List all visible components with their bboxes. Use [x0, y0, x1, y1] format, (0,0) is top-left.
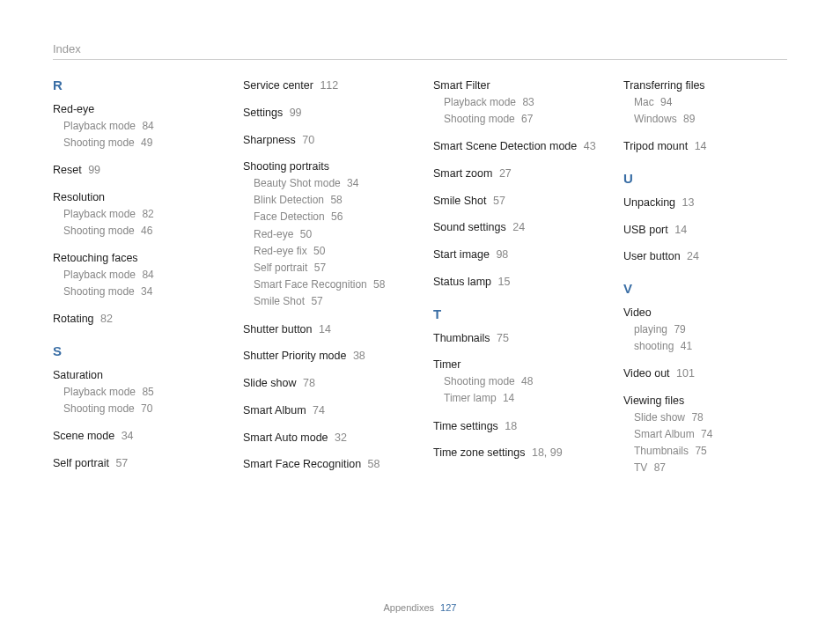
index-entry-title: Transferring files [623, 77, 787, 94]
index-subentry[interactable]: Shooting mode 46 [53, 223, 217, 240]
index-entry[interactable]: Reset 99 [53, 162, 217, 179]
index-subentry[interactable]: Self portrait 57 [243, 260, 407, 276]
index-subentry[interactable]: Playback mode 83 [433, 94, 597, 111]
index-subentry[interactable]: Shooting mode 70 [53, 401, 217, 417]
index-entry[interactable]: Smart Auto mode 32 [243, 430, 407, 446]
index-subentry-label: Smart Face Recognition [254, 278, 367, 291]
index-entry[interactable]: Smart Album 74 [243, 402, 407, 419]
index-subentry-label: Thumbnails [634, 445, 689, 457]
index-subentry[interactable]: Smart Face Recognition 58 [243, 276, 407, 293]
index-subentry-page: 57 [311, 295, 322, 307]
index-subentry-label: TV [634, 461, 647, 474]
index-entry[interactable]: Self portrait 57 [53, 455, 217, 472]
index-entry[interactable]: Tripod mount 14 [623, 138, 787, 155]
index-subentry[interactable]: Face Detection 56 [243, 209, 407, 225]
index-subentry-page: 87 [654, 461, 666, 474]
index-entry[interactable]: Scene mode 34 [53, 428, 217, 445]
index-entry[interactable]: Thumbnails 75 [433, 330, 597, 347]
index-subentry[interactable]: Mac 94 [623, 94, 787, 111]
index-entry-title: Video [623, 305, 787, 321]
index-entry[interactable]: Smile Shot 57 [433, 193, 597, 210]
index-entry[interactable]: Service center 112 [243, 77, 407, 94]
index-subentry[interactable]: Slide show 78 [623, 409, 787, 426]
index-subentry[interactable]: Shooting mode 34 [53, 284, 217, 300]
index-subentry[interactable]: shooting 41 [623, 338, 787, 355]
index-subentry-page: 94 [660, 96, 672, 108]
footer-page-number: 127 [440, 602, 456, 613]
index-entry[interactable]: Smart Scene Detection mode 43 [433, 138, 597, 155]
index-subentry[interactable]: Shooting mode 49 [53, 135, 217, 151]
index-subentry-page: 57 [314, 262, 326, 274]
index-letter-heading: T [433, 306, 597, 321]
index-entry-title: Smart Scene Detection mode [433, 140, 577, 152]
index-subentry-page: 70 [141, 402, 152, 415]
index-entry[interactable]: Status lamp 15 [433, 274, 597, 291]
index-entry-page: 14 [319, 323, 331, 335]
index-subentry-page: 50 [313, 245, 325, 257]
index-entry[interactable]: Smart zoom 27 [433, 166, 597, 182]
index-subentry[interactable]: Playback mode 85 [53, 384, 217, 401]
index-subentry[interactable]: Playback mode 84 [53, 118, 217, 135]
index-column: Transferring filesMac 94Windows 89Tripod… [623, 77, 787, 488]
index-entry-title: Smart Auto mode [243, 431, 328, 444]
index-subentry[interactable]: Thumbnails 75 [623, 443, 787, 460]
index-entry[interactable]: USB port 14 [623, 222, 787, 239]
index-entry[interactable]: Unpacking 13 [623, 195, 787, 211]
index-subentry[interactable]: Beauty Shot mode 34 [243, 175, 407, 192]
index-entry-page: 24 [512, 221, 525, 233]
index-entry-group: SaturationPlayback mode 85Shooting mode … [53, 367, 217, 417]
index-subentry-label: Playback mode [63, 120, 136, 132]
index-entry-page: 112 [320, 79, 338, 92]
index-subentry-page: 67 [521, 113, 533, 125]
index-subentry-label: playing [634, 323, 667, 335]
index-entry-group: Transferring filesMac 94Windows 89 [623, 77, 787, 128]
index-entry[interactable]: Rotating 82 [53, 311, 217, 328]
index-entry-title: Smart zoom [433, 167, 492, 180]
index-entry[interactable]: Start image 98 [433, 247, 597, 263]
index-subentry-page: 49 [141, 136, 152, 149]
index-subentry[interactable]: Shooting mode 67 [433, 111, 597, 128]
index-subentry[interactable]: Smart Album 74 [623, 426, 787, 443]
index-entry[interactable]: Smart Face Recognition 58 [243, 456, 407, 473]
index-entry[interactable]: Sharpness 70 [243, 132, 407, 149]
index-subentry[interactable]: Playback mode 84 [53, 267, 217, 284]
index-entry-group: Retouching facesPlayback mode 84Shooting… [53, 250, 217, 300]
index-entry-title: Reset [53, 164, 82, 176]
index-letter-heading: U [623, 171, 787, 186]
index-entry[interactable]: Sound settings 24 [433, 219, 597, 236]
index-subentry[interactable]: Timer lamp 14 [433, 390, 597, 407]
index-subentry[interactable]: Shooting mode 48 [433, 373, 597, 390]
index-entry-title: Sound settings [433, 221, 506, 233]
index-subentry-label: Shooting mode [444, 375, 515, 387]
index-entry-page: 38 [353, 350, 365, 362]
index-entry[interactable]: Time zone settings 18, 99 [433, 445, 597, 461]
index-subentry[interactable]: Smile Shot 57 [243, 293, 407, 310]
index-subentry[interactable]: Windows 89 [623, 111, 787, 128]
index-entry-title: Slide show [243, 377, 296, 389]
index-entry[interactable]: Shutter button 14 [243, 321, 407, 338]
index-entry-title: Start image [433, 248, 490, 261]
index-entry[interactable]: Time settings 18 [433, 418, 597, 435]
index-entry-page: 82 [100, 313, 113, 325]
index-entry[interactable]: Settings 99 [243, 105, 407, 122]
index-subentry-page: 85 [142, 386, 153, 398]
footer-section: Appendixes [384, 602, 435, 613]
index-subentry-label: Timer lamp [444, 392, 497, 404]
index-subentry-page: 34 [347, 177, 358, 189]
index-subentry[interactable]: TV 87 [623, 460, 787, 476]
index-entry[interactable]: Shutter Priority mode 38 [243, 348, 407, 365]
index-entry[interactable]: Video out 101 [623, 365, 787, 382]
index-entry-title: Retouching faces [53, 250, 217, 267]
index-entry[interactable]: User button 24 [623, 248, 787, 265]
index-column: Smart FilterPlayback mode 83Shooting mod… [433, 77, 597, 488]
index-subentry[interactable]: Red-eye fix 50 [243, 243, 407, 260]
index-subentry-label: Smile Shot [254, 295, 305, 307]
index-entry-title: Resolution [53, 189, 217, 206]
index-entry[interactable]: Slide show 78 [243, 375, 407, 392]
index-subentry[interactable]: playing 79 [623, 321, 787, 338]
index-subentry[interactable]: Blink Detection 58 [243, 192, 407, 209]
index-subentry-label: Shooting mode [63, 225, 135, 237]
index-entry-title: Tripod mount [623, 140, 688, 152]
index-subentry[interactable]: Playback mode 82 [53, 206, 217, 223]
index-subentry[interactable]: Red-eye 50 [243, 226, 407, 243]
